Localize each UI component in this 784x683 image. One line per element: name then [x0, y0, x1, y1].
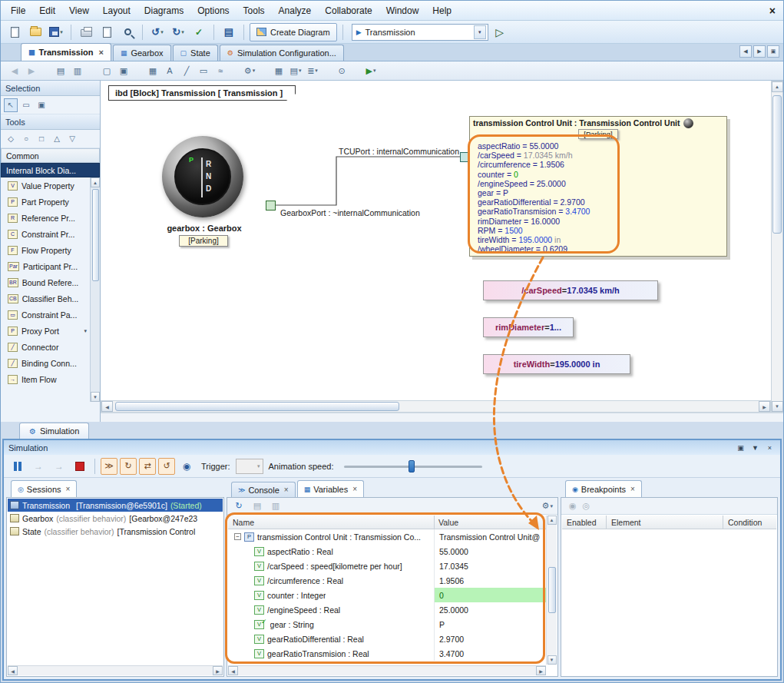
show-containment-icon[interactable]: ▤	[53, 63, 68, 78]
scrollbar-thumb[interactable]	[92, 189, 99, 281]
menu-item[interactable]: File	[4, 2, 32, 19]
tcu-part-block[interactable]: transmission Control Unit : Transmission…	[469, 116, 727, 257]
close-icon[interactable]: ×	[98, 48, 103, 57]
scroll-down-icon[interactable]: ▼	[547, 655, 557, 665]
variable-row[interactable]: V aspectRatio : Real 55.0000	[228, 544, 546, 559]
scrollbar-thumb[interactable]	[548, 567, 556, 613]
scroll-down-icon[interactable]: ▼	[772, 401, 783, 412]
scrollbar-thumb[interactable]	[115, 402, 399, 411]
multi-select-icon[interactable]: ▣	[35, 98, 48, 112]
forward-icon[interactable]: ▶	[24, 63, 39, 78]
variable-row[interactable]: − P transmission Control Unit : Transmis…	[228, 529, 546, 544]
menu-item[interactable]: Window	[379, 2, 426, 19]
step-into-button[interactable]: →	[29, 457, 48, 476]
menu-item[interactable]: Edit	[32, 2, 62, 19]
scroll-left-icon[interactable]: ◀	[228, 666, 238, 675]
distribute-tool-icon[interactable]: △	[50, 132, 64, 146]
close-icon[interactable]: ×	[352, 485, 357, 493]
scroll-left-icon[interactable]: ◀	[101, 401, 113, 412]
refresh-icon[interactable]: ↻	[232, 499, 246, 513]
variable-value[interactable]: 0	[434, 588, 546, 602]
palette-group-common[interactable]: Common	[1, 148, 100, 163]
options-gear-icon[interactable]: ⚙▾	[542, 501, 553, 511]
palette-item[interactable]: → Item Flow	[1, 371, 90, 387]
layers-icon[interactable]: ▤	[220, 23, 238, 41]
print-icon[interactable]	[77, 23, 95, 41]
back-icon[interactable]: ◀	[7, 63, 22, 78]
chevron-down-icon[interactable]: ▾	[474, 25, 486, 39]
export-icon[interactable]: ▤	[250, 499, 264, 513]
save-icon[interactable]: ▾	[47, 23, 65, 41]
palette-item[interactable]: P Proxy Port ▾	[1, 323, 90, 339]
variable-row[interactable]: V /circumference : Real 1.9506	[228, 573, 546, 588]
session-item[interactable]: Transmission [Transmission@6e5901c] (Sta…	[8, 499, 223, 512]
trigger-select[interactable]: ▾	[236, 459, 263, 474]
create-diagram-button[interactable]: Create Diagram	[250, 23, 337, 41]
palette-group-internal-block[interactable]: Internal Block Dia...	[1, 163, 100, 177]
step-over-button[interactable]: →	[50, 457, 68, 476]
palette-item[interactable]: V Value Property	[1, 177, 90, 194]
scroll-up-icon[interactable]: ▲	[772, 81, 783, 92]
session-item[interactable]: State(classifier behavior) [Transmission…	[8, 525, 223, 538]
dependency-icon[interactable]: ≈	[213, 63, 228, 78]
animate-toggle[interactable]: ↻	[120, 458, 137, 475]
menu-item[interactable]: Collaborate	[318, 2, 379, 19]
sessions-horizontal-scrollbar[interactable]: ◀ ▶	[8, 665, 223, 675]
open-project-icon[interactable]	[26, 23, 45, 41]
menu-item[interactable]: Tools	[237, 2, 272, 19]
add-breakpoint-icon[interactable]: ◉	[569, 501, 577, 511]
resize-tool-icon[interactable]: ▽	[65, 132, 79, 146]
close-icon[interactable]: ×	[769, 5, 776, 17]
scroll-left-icon[interactable]: ◀	[8, 666, 18, 675]
restore-icon[interactable]: ▣	[735, 442, 746, 453]
add-element-icon[interactable]: ▦	[145, 63, 160, 78]
variable-value[interactable]: 17.0345	[434, 559, 546, 573]
record-option-icon[interactable]: ◉	[177, 457, 196, 476]
scroll-right-icon[interactable]: ▶	[213, 666, 223, 675]
canvas-horizontal-scrollbar[interactable]: ◀ ▶	[101, 400, 771, 413]
stop-button[interactable]	[71, 457, 89, 476]
tab-console[interactable]: ≫ Console ×	[231, 482, 296, 497]
variable-value[interactable]: 3.4700	[434, 646, 546, 661]
palette-item[interactable]: Par Participant Pr...	[1, 258, 90, 274]
gearbox-part-label[interactable]: gearbox : Gearbox	[143, 224, 266, 233]
variable-value[interactable]: 25.0000	[434, 602, 546, 617]
diagram-options-gear-icon[interactable]: ⚙▾	[242, 63, 257, 78]
menu-item[interactable]: Analyze	[272, 2, 319, 19]
menu-item[interactable]: View	[62, 2, 96, 19]
find-icon[interactable]	[118, 23, 137, 41]
palette-item[interactable]: CB Classifier Beh...	[1, 290, 90, 307]
palette-item[interactable]: ▭ Constraint Pa...	[1, 307, 90, 323]
console-output-toggle[interactable]: ≫	[101, 458, 117, 475]
diagram-tab[interactable]: ▢ State	[173, 45, 218, 61]
session-item[interactable]: Gearbox(classifier behavior) [Gearbox@24…	[8, 512, 223, 525]
variable-value[interactable]: P	[434, 617, 546, 632]
palette-item[interactable]: C Constraint Pr...	[1, 226, 90, 242]
palette-item[interactable]: ╱ Binding Conn...	[1, 355, 90, 371]
view-list-icon[interactable]: ≣▾	[305, 63, 320, 78]
copy-icon[interactable]: ▣	[116, 63, 131, 78]
magnet-tool-icon[interactable]: ○	[19, 132, 33, 146]
run-simulation-icon[interactable]: ▶▾	[363, 63, 379, 78]
column-header-element[interactable]: Element	[607, 516, 723, 529]
variable-value[interactable]: 55.0000	[434, 544, 546, 559]
scroll-right-icon[interactable]: ▶	[536, 666, 546, 675]
scroll-down-icon[interactable]: ▼	[91, 392, 100, 402]
variables-vertical-scrollbar[interactable]: ▲ ▼	[546, 516, 557, 665]
gear-shifter-image[interactable]: P R N D	[162, 136, 243, 217]
line-style-icon[interactable]: ╱	[179, 63, 194, 78]
carspeed-callout[interactable]: /carSpeed = 17.0345 km/h	[483, 280, 658, 300]
scroll-right-icon[interactable]: ▶	[759, 401, 770, 412]
diagram-tab[interactable]: ▦ Gearbox	[113, 45, 171, 61]
palette-item[interactable]: BR Bound Refere...	[1, 274, 90, 290]
variable-value[interactable]: 2.9700	[434, 632, 546, 646]
scroll-up-icon[interactable]: ▲	[91, 177, 100, 187]
column-header-name[interactable]: Name	[233, 518, 254, 527]
palette-item[interactable]: ╱ Connector	[1, 339, 90, 355]
close-icon[interactable]: ×	[284, 486, 289, 494]
show-structure-icon[interactable]: ▥	[70, 63, 85, 78]
tirewidth-callout[interactable]: tireWidth = 195.0000 in	[483, 354, 630, 374]
variable-row[interactable]: V counter : Integer 0	[228, 588, 546, 602]
variable-row[interactable]: V gearRatioDifferential : Real 2.9700	[228, 632, 546, 646]
align-tool-icon[interactable]: □	[35, 132, 48, 146]
